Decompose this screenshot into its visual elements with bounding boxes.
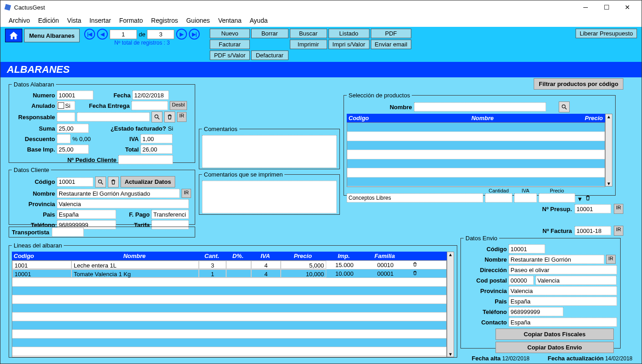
- presup-field[interactable]: 10001: [575, 204, 611, 213]
- responsable-code-field[interactable]: [57, 112, 75, 121]
- cli-fpago-field[interactable]: Transferenci: [152, 210, 189, 219]
- prod-row-empty[interactable]: [347, 132, 605, 141]
- filter-products-button[interactable]: Filtrar productos por código: [534, 78, 623, 90]
- env-direccion-field[interactable]: Paseo el olivar: [509, 265, 617, 274]
- env-nombre-field[interactable]: Restaurante El Gorrión: [509, 255, 604, 264]
- table-row[interactable]: [12, 330, 446, 339]
- maximize-button[interactable]: ☐: [596, 0, 617, 14]
- scroll-down-icon[interactable]: ▼: [607, 181, 611, 186]
- nav-first-button[interactable]: |◀: [84, 29, 95, 40]
- responsable-delete-button[interactable]: [164, 111, 175, 122]
- env-cp-city-field[interactable]: Valencia: [536, 276, 617, 285]
- defacturar-button[interactable]: Defacturar: [251, 51, 288, 60]
- dropdown-icon[interactable]: ▼: [577, 196, 583, 202]
- record-current-input[interactable]: 1: [110, 30, 137, 39]
- close-button[interactable]: ✕: [617, 0, 638, 14]
- responsable-search-button[interactable]: [152, 111, 162, 122]
- listado-button[interactable]: Listado: [329, 29, 369, 38]
- prod-row-empty[interactable]: [347, 168, 605, 177]
- env-telefono-field[interactable]: 968999999: [509, 307, 563, 316]
- env-pais-field[interactable]: España: [509, 297, 617, 306]
- cli-nombre-field[interactable]: Restaurante El Gorrión Angustiado: [57, 189, 180, 198]
- scroll-up-icon[interactable]: ▲: [448, 252, 453, 257]
- prod-nombre-input[interactable]: [414, 102, 546, 111]
- liberar-presupuesto-button[interactable]: Liberar Presupuesto: [576, 29, 637, 38]
- buscar-button[interactable]: Buscar: [290, 29, 327, 38]
- menu-registros[interactable]: Registros: [147, 16, 182, 25]
- table-row[interactable]: 1001Leche entera 1L345,00015.00000010: [12, 261, 446, 269]
- descuento-field[interactable]: [57, 134, 71, 143]
- impri-svalor-button[interactable]: Impri s/Valor: [329, 40, 369, 49]
- copiar-fiscales-button[interactable]: Copiar Datos Fiscales: [495, 329, 614, 340]
- menu-vista[interactable]: Vista: [64, 16, 85, 25]
- trash-icon-button[interactable]: [585, 195, 591, 202]
- responsable-name-field[interactable]: [77, 112, 150, 121]
- menu-ventana[interactable]: Ventana: [214, 16, 245, 25]
- scroll-down-icon[interactable]: ▼: [448, 352, 453, 357]
- nav-next-button[interactable]: ▶: [176, 29, 187, 40]
- trash-icon[interactable]: [412, 270, 418, 276]
- cli-search-button[interactable]: [95, 177, 106, 187]
- table-row[interactable]: [12, 313, 446, 321]
- home-button[interactable]: [5, 29, 22, 42]
- presup-ir-button[interactable]: IR: [614, 204, 623, 214]
- responsable-ir-button[interactable]: IR: [177, 112, 187, 122]
- table-row[interactable]: 10001Tomate Valencia 1 Kg1410,00010.0000…: [12, 269, 446, 278]
- fecha-field[interactable]: 12/02/2018: [132, 91, 169, 100]
- numero-field[interactable]: 10001: [57, 91, 93, 100]
- env-codigo-field[interactable]: 10001: [509, 244, 545, 253]
- menu-edicion[interactable]: Edición: [35, 16, 63, 25]
- scroll-up-icon[interactable]: ▲: [607, 114, 611, 119]
- prod-row-empty[interactable]: [347, 150, 605, 159]
- nuevo-button[interactable]: Nuevo: [210, 29, 249, 38]
- anulado-checkbox[interactable]: [58, 102, 64, 109]
- comentarios-impr-textarea[interactable]: [202, 181, 337, 213]
- menu-guiones[interactable]: Guiones: [182, 16, 213, 25]
- actualizar-datos-button[interactable]: Actualizar Datos: [121, 176, 175, 187]
- table-row[interactable]: [12, 287, 446, 295]
- anulado-checkbox-wrap[interactable]: Si: [57, 101, 75, 110]
- factura-ir-button[interactable]: IR: [614, 226, 623, 236]
- prod-row-empty[interactable]: [347, 177, 605, 187]
- env-cp-field[interactable]: 00000: [509, 276, 534, 285]
- transportista-field[interactable]: [52, 228, 84, 237]
- precio-field[interactable]: [539, 193, 575, 202]
- table-row[interactable]: [12, 347, 446, 356]
- menu-archivo[interactable]: Archivo: [5, 16, 34, 25]
- pdf-svalor-button[interactable]: PDF s/Valor: [210, 51, 249, 60]
- fecha-entrega-field[interactable]: [131, 101, 168, 110]
- iva-field[interactable]: [514, 193, 537, 202]
- nav-last-button[interactable]: ▶|: [189, 29, 200, 40]
- menu-ayuda[interactable]: Ayuda: [246, 16, 271, 25]
- table-row[interactable]: [12, 295, 446, 304]
- env-provincia-field[interactable]: Valencia: [509, 286, 617, 295]
- minimize-button[interactable]: ─: [575, 0, 596, 14]
- comentarios-textarea[interactable]: [202, 135, 337, 168]
- lineas-scrollbar[interactable]: ▲▼: [447, 252, 454, 357]
- prod-search-button[interactable]: [559, 101, 570, 112]
- menu-albaranes-button[interactable]: Menu Albaranes: [24, 29, 80, 42]
- enviar-email-button[interactable]: Enviar email: [371, 40, 412, 49]
- table-row[interactable]: [12, 278, 446, 287]
- nav-prev-button[interactable]: ◀: [97, 29, 108, 40]
- env-ir-button[interactable]: IR: [606, 255, 616, 264]
- prod-row-empty[interactable]: [347, 123, 605, 132]
- cli-provincia-field[interactable]: Valencia: [57, 199, 189, 208]
- cli-delete-button[interactable]: [108, 177, 119, 187]
- prod-scrollbar[interactable]: ▲▼: [605, 114, 612, 187]
- cli-pais-field[interactable]: España: [57, 210, 116, 219]
- borrar-button[interactable]: Borrar: [251, 29, 288, 38]
- pdf-button[interactable]: PDF: [371, 29, 412, 38]
- trash-icon[interactable]: [412, 262, 418, 267]
- cantidad-field[interactable]: [485, 193, 512, 202]
- factura-field[interactable]: 10001-18: [575, 226, 611, 235]
- prod-row-empty[interactable]: [347, 141, 605, 150]
- cli-ir-button[interactable]: IR: [182, 189, 191, 198]
- copiar-envio-button[interactable]: Copiar Datos Envio: [495, 342, 614, 353]
- facturar-button[interactable]: Facturar: [210, 40, 249, 49]
- prod-row-empty[interactable]: [347, 159, 605, 168]
- imprimir-button[interactable]: Imprimir: [290, 40, 327, 49]
- table-row[interactable]: [12, 339, 446, 347]
- cli-codigo-field[interactable]: 10001: [57, 177, 93, 187]
- desbl-button[interactable]: Desbl: [170, 101, 187, 110]
